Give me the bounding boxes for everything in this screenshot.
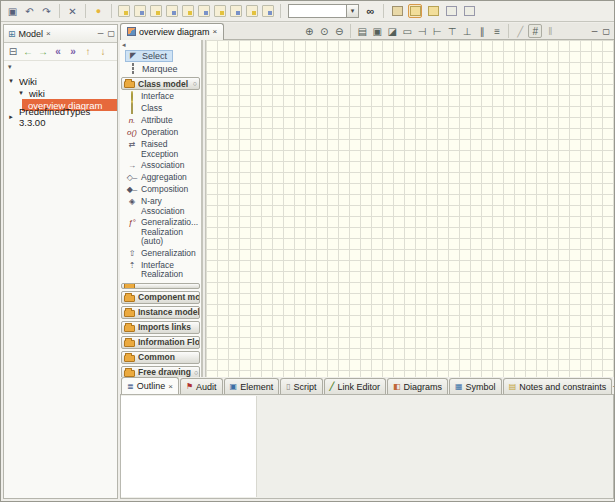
palette-group-instance-model[interactable]: Instance model bbox=[121, 306, 200, 319]
tab-link-editor[interactable]: ╱ Link Editor bbox=[324, 378, 386, 394]
print-icon[interactable]: ▤ bbox=[355, 24, 369, 38]
operation-icon: o() bbox=[126, 128, 138, 138]
maximize-icon[interactable]: ▢ bbox=[602, 27, 610, 36]
tab-diagrams[interactable]: ◧ Diagrams bbox=[387, 378, 448, 394]
create-element-icon-7[interactable] bbox=[214, 5, 226, 17]
tree-item-wiki-project[interactable]: ▾ Wiki bbox=[4, 75, 117, 87]
move-down-icon[interactable]: ↓ bbox=[96, 45, 110, 59]
diagram-canvas[interactable] bbox=[205, 40, 614, 377]
model-view-toggle-icon[interactable] bbox=[408, 4, 422, 18]
align-top-icon[interactable]: ⊤ bbox=[445, 24, 459, 38]
zoom-100-icon[interactable]: ⊙ bbox=[317, 24, 331, 38]
pin-icon[interactable]: ○ bbox=[193, 80, 197, 87]
grid-toggle-icon[interactable]: # bbox=[528, 24, 542, 38]
create-element-icon-1[interactable] bbox=[118, 5, 130, 17]
palette-item-association[interactable]: → Association bbox=[120, 160, 201, 172]
palette-item-aggregation[interactable]: ◇– Aggregation bbox=[120, 172, 201, 184]
tree-item-predefinedtypes[interactable]: ▸ PredefinedTypes 3.3.00 bbox=[4, 111, 117, 123]
create-element-icon-5[interactable] bbox=[182, 5, 194, 17]
tab-script[interactable]: ▯ Script bbox=[280, 378, 322, 394]
close-icon[interactable]: × bbox=[46, 29, 51, 38]
search-binoculars-icon[interactable]: ∞ bbox=[363, 4, 378, 19]
zoom-out-icon[interactable]: ⊖ bbox=[332, 24, 346, 38]
palette-group-imports-links[interactable]: Imports links bbox=[121, 321, 200, 334]
pin-icon[interactable]: ○ bbox=[194, 369, 198, 376]
view-menu-icon[interactable]: ▾ bbox=[8, 63, 12, 71]
palette-tool-marquee[interactable]: Marquee bbox=[125, 63, 184, 75]
tree-item-wiki-package[interactable]: ▾ wiki bbox=[4, 87, 117, 99]
table-view-icon[interactable] bbox=[462, 4, 476, 18]
close-icon[interactable]: × bbox=[213, 27, 218, 36]
save-style-icon[interactable]: ◪ bbox=[385, 24, 399, 38]
palette-group-common[interactable]: Common bbox=[121, 351, 200, 364]
distribute-vertical-icon[interactable]: ≡ bbox=[490, 24, 504, 38]
palette-group-component-model[interactable]: Component mo... bbox=[121, 291, 200, 304]
palette-item-class[interactable]: Class bbox=[120, 103, 201, 115]
palette-group-clipped[interactable] bbox=[121, 283, 200, 289]
tab-element[interactable]: ▣ Element bbox=[224, 378, 280, 394]
create-element-icon-10[interactable] bbox=[262, 5, 274, 17]
palette-item-interface-realization[interactable]: ⇡ Interface Realization bbox=[120, 260, 201, 281]
palette-group-information-flow[interactable]: Information Flo... bbox=[121, 336, 200, 349]
minimize-icon[interactable]: ─ bbox=[98, 29, 104, 38]
model-panel-view-menu-row: ▾ bbox=[4, 61, 117, 72]
align-left-icon[interactable]: ⊣ bbox=[415, 24, 429, 38]
palette-item-composition[interactable]: ◆– Composition bbox=[120, 184, 201, 196]
create-element-icon-3[interactable] bbox=[150, 5, 162, 17]
tab-symbol[interactable]: ▦ Symbol bbox=[449, 378, 502, 394]
undo-icon[interactable]: ↶ bbox=[22, 4, 37, 19]
create-element-icon-6[interactable] bbox=[198, 5, 210, 17]
palette-item-generalization[interactable]: ⇧ Generalization bbox=[120, 248, 201, 260]
align-bottom-icon[interactable]: ⊥ bbox=[460, 24, 474, 38]
palette-group-class-model[interactable]: Class model ○ bbox=[121, 77, 200, 90]
tab-audit[interactable]: ⚑ Audit bbox=[180, 378, 223, 394]
align-right-icon[interactable]: ⊢ bbox=[430, 24, 444, 38]
new-diagram-icon[interactable] bbox=[444, 4, 458, 18]
previous-related-icon[interactable]: « bbox=[51, 45, 65, 59]
tab-label: Notes and constraints bbox=[519, 382, 606, 392]
diagram-view-icon[interactable] bbox=[426, 4, 440, 18]
close-icon[interactable]: × bbox=[168, 382, 173, 391]
maximize-icon[interactable]: ▢ bbox=[107, 29, 115, 38]
tip-lightbulb-icon[interactable]: ● bbox=[91, 4, 106, 19]
create-element-icon-2[interactable] bbox=[134, 5, 146, 17]
save-diagram-icon[interactable]: ▣ bbox=[370, 24, 384, 38]
palette-item-attribute[interactable]: n. Operation Attribute bbox=[120, 115, 201, 127]
tab-outline[interactable]: ≣ Outline × bbox=[121, 377, 179, 394]
palette-item-nary-association[interactable]: ◈ N-ary Association bbox=[120, 196, 201, 217]
distribute-horizontal-icon[interactable]: ∥ bbox=[475, 24, 489, 38]
open-project-icon[interactable] bbox=[390, 4, 404, 18]
tab-overview-diagram[interactable]: overview diagram × bbox=[120, 23, 224, 40]
zoom-in-icon[interactable]: ⊕ bbox=[302, 24, 316, 38]
palette-collapse-icon[interactable]: ◂ bbox=[120, 40, 201, 49]
minimize-icon[interactable]: ─ bbox=[592, 27, 598, 36]
tab-model[interactable]: ⊞ Model × bbox=[6, 29, 53, 39]
navigate-back-icon[interactable]: ← bbox=[21, 45, 35, 59]
next-related-icon[interactable]: » bbox=[66, 45, 80, 59]
move-up-icon[interactable]: ↑ bbox=[81, 45, 95, 59]
expander-icon[interactable]: ▾ bbox=[7, 77, 15, 85]
palette-item-operation[interactable]: o() Operation bbox=[120, 127, 201, 139]
create-element-icon-4[interactable] bbox=[166, 5, 178, 17]
palette-tool-select[interactable]: ◤ Select bbox=[125, 50, 173, 62]
create-element-icon-8[interactable] bbox=[230, 5, 242, 17]
palette: ◂ ◤ Select Marquee Class model ○ Interfa… bbox=[120, 40, 203, 377]
search-input[interactable] bbox=[288, 4, 346, 18]
tab-notes-and-constraints[interactable]: ▤ Notes and constraints bbox=[503, 378, 613, 394]
delete-icon[interactable]: ✕ bbox=[65, 4, 80, 19]
script-icon: ▯ bbox=[286, 382, 290, 391]
combo-dropdown-icon[interactable]: ▾ bbox=[346, 4, 359, 18]
fit-page-icon[interactable]: ▭ bbox=[400, 24, 414, 38]
palette-group-free-drawing[interactable]: Free drawing ○ bbox=[121, 366, 200, 378]
create-element-icon-9[interactable] bbox=[246, 5, 258, 17]
redo-icon[interactable]: ↷ bbox=[39, 4, 54, 19]
navigate-forward-icon[interactable]: → bbox=[36, 45, 50, 59]
palette-item-generalization-realization-auto[interactable]: ƒ° Generalizatio... Realization (auto) bbox=[120, 217, 201, 248]
save-icon[interactable]: ▣ bbox=[5, 4, 20, 19]
collapse-all-icon[interactable]: ⊟ bbox=[6, 45, 20, 59]
palette-item-raised-exception[interactable]: ⇄ Raised Exception bbox=[120, 139, 201, 160]
outline-thumbnail-area[interactable] bbox=[121, 396, 257, 497]
expander-icon[interactable]: ▸ bbox=[7, 113, 15, 121]
expander-icon[interactable]: ▾ bbox=[17, 89, 25, 97]
tree-item-label: Wiki bbox=[19, 76, 37, 87]
